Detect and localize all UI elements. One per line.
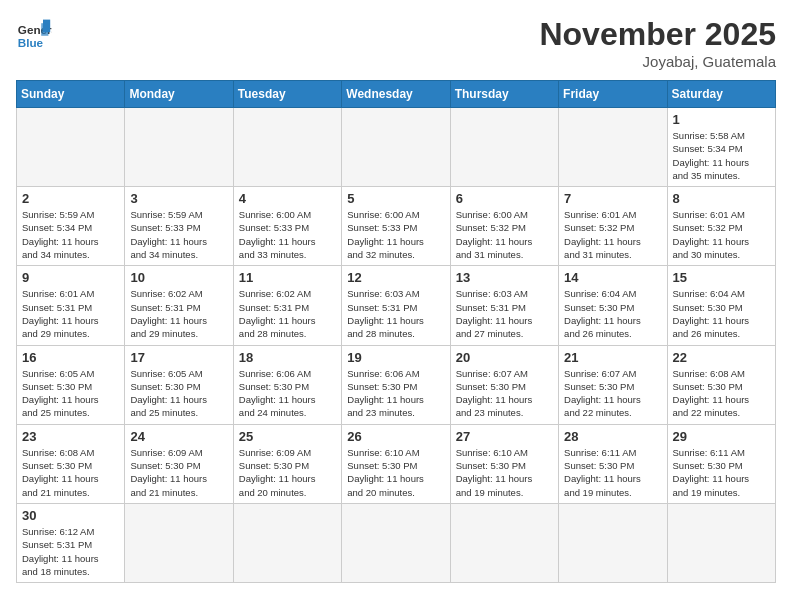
weekday-header-row: SundayMondayTuesdayWednesdayThursdayFrid… (17, 81, 776, 108)
day-info: Sunrise: 6:05 AM Sunset: 5:30 PM Dayligh… (130, 367, 227, 420)
day-info: Sunrise: 6:07 AM Sunset: 5:30 PM Dayligh… (564, 367, 661, 420)
calendar-week-1: 1Sunrise: 5:58 AM Sunset: 5:34 PM Daylig… (17, 108, 776, 187)
day-info: Sunrise: 6:00 AM Sunset: 5:33 PM Dayligh… (347, 208, 444, 261)
day-number: 17 (130, 350, 227, 365)
calendar-cell: 25Sunrise: 6:09 AM Sunset: 5:30 PM Dayli… (233, 424, 341, 503)
calendar-cell: 7Sunrise: 6:01 AM Sunset: 5:32 PM Daylig… (559, 187, 667, 266)
calendar-week-3: 9Sunrise: 6:01 AM Sunset: 5:31 PM Daylig… (17, 266, 776, 345)
calendar-cell: 22Sunrise: 6:08 AM Sunset: 5:30 PM Dayli… (667, 345, 775, 424)
page-header: General Blue November 2025 Joyabaj, Guat… (16, 16, 776, 70)
calendar-cell: 29Sunrise: 6:11 AM Sunset: 5:30 PM Dayli… (667, 424, 775, 503)
calendar-cell: 14Sunrise: 6:04 AM Sunset: 5:30 PM Dayli… (559, 266, 667, 345)
day-info: Sunrise: 6:10 AM Sunset: 5:30 PM Dayligh… (456, 446, 553, 499)
day-number: 24 (130, 429, 227, 444)
day-info: Sunrise: 6:00 AM Sunset: 5:32 PM Dayligh… (456, 208, 553, 261)
day-number: 1 (673, 112, 770, 127)
day-number: 11 (239, 270, 336, 285)
day-number: 8 (673, 191, 770, 206)
location-subtitle: Joyabaj, Guatemala (539, 53, 776, 70)
calendar-cell: 27Sunrise: 6:10 AM Sunset: 5:30 PM Dayli… (450, 424, 558, 503)
calendar-cell: 16Sunrise: 6:05 AM Sunset: 5:30 PM Dayli… (17, 345, 125, 424)
calendar-cell: 2Sunrise: 5:59 AM Sunset: 5:34 PM Daylig… (17, 187, 125, 266)
day-info: Sunrise: 6:06 AM Sunset: 5:30 PM Dayligh… (239, 367, 336, 420)
day-number: 22 (673, 350, 770, 365)
month-title: November 2025 (539, 16, 776, 53)
day-info: Sunrise: 5:59 AM Sunset: 5:34 PM Dayligh… (22, 208, 119, 261)
calendar-cell (559, 108, 667, 187)
calendar-cell (342, 503, 450, 582)
calendar-cell (17, 108, 125, 187)
calendar-cell: 28Sunrise: 6:11 AM Sunset: 5:30 PM Dayli… (559, 424, 667, 503)
day-info: Sunrise: 6:11 AM Sunset: 5:30 PM Dayligh… (673, 446, 770, 499)
svg-marker-3 (43, 20, 50, 33)
calendar-cell: 10Sunrise: 6:02 AM Sunset: 5:31 PM Dayli… (125, 266, 233, 345)
calendar-cell (450, 503, 558, 582)
day-number: 12 (347, 270, 444, 285)
calendar-cell: 17Sunrise: 6:05 AM Sunset: 5:30 PM Dayli… (125, 345, 233, 424)
calendar-cell (450, 108, 558, 187)
svg-text:Blue: Blue (18, 36, 44, 49)
day-number: 10 (130, 270, 227, 285)
day-number: 25 (239, 429, 336, 444)
day-info: Sunrise: 6:12 AM Sunset: 5:31 PM Dayligh… (22, 525, 119, 578)
calendar-week-5: 23Sunrise: 6:08 AM Sunset: 5:30 PM Dayli… (17, 424, 776, 503)
calendar-cell (233, 108, 341, 187)
day-info: Sunrise: 6:07 AM Sunset: 5:30 PM Dayligh… (456, 367, 553, 420)
calendar-cell: 20Sunrise: 6:07 AM Sunset: 5:30 PM Dayli… (450, 345, 558, 424)
day-info: Sunrise: 6:08 AM Sunset: 5:30 PM Dayligh… (673, 367, 770, 420)
day-info: Sunrise: 6:08 AM Sunset: 5:30 PM Dayligh… (22, 446, 119, 499)
weekday-header-monday: Monday (125, 81, 233, 108)
day-info: Sunrise: 6:06 AM Sunset: 5:30 PM Dayligh… (347, 367, 444, 420)
logo: General Blue (16, 16, 52, 52)
day-info: Sunrise: 6:03 AM Sunset: 5:31 PM Dayligh… (347, 287, 444, 340)
calendar-cell (125, 108, 233, 187)
day-info: Sunrise: 6:01 AM Sunset: 5:32 PM Dayligh… (673, 208, 770, 261)
calendar-cell (342, 108, 450, 187)
calendar-cell: 26Sunrise: 6:10 AM Sunset: 5:30 PM Dayli… (342, 424, 450, 503)
day-info: Sunrise: 6:03 AM Sunset: 5:31 PM Dayligh… (456, 287, 553, 340)
day-info: Sunrise: 6:11 AM Sunset: 5:30 PM Dayligh… (564, 446, 661, 499)
day-info: Sunrise: 6:04 AM Sunset: 5:30 PM Dayligh… (673, 287, 770, 340)
day-info: Sunrise: 6:02 AM Sunset: 5:31 PM Dayligh… (239, 287, 336, 340)
calendar-cell: 8Sunrise: 6:01 AM Sunset: 5:32 PM Daylig… (667, 187, 775, 266)
calendar-cell: 21Sunrise: 6:07 AM Sunset: 5:30 PM Dayli… (559, 345, 667, 424)
day-info: Sunrise: 6:05 AM Sunset: 5:30 PM Dayligh… (22, 367, 119, 420)
day-number: 3 (130, 191, 227, 206)
title-block: November 2025 Joyabaj, Guatemala (539, 16, 776, 70)
calendar-cell: 5Sunrise: 6:00 AM Sunset: 5:33 PM Daylig… (342, 187, 450, 266)
day-number: 19 (347, 350, 444, 365)
calendar-cell: 4Sunrise: 6:00 AM Sunset: 5:33 PM Daylig… (233, 187, 341, 266)
calendar-cell: 19Sunrise: 6:06 AM Sunset: 5:30 PM Dayli… (342, 345, 450, 424)
day-info: Sunrise: 6:09 AM Sunset: 5:30 PM Dayligh… (130, 446, 227, 499)
day-info: Sunrise: 5:59 AM Sunset: 5:33 PM Dayligh… (130, 208, 227, 261)
calendar-cell (125, 503, 233, 582)
day-info: Sunrise: 6:00 AM Sunset: 5:33 PM Dayligh… (239, 208, 336, 261)
calendar-cell: 3Sunrise: 5:59 AM Sunset: 5:33 PM Daylig… (125, 187, 233, 266)
calendar-cell: 24Sunrise: 6:09 AM Sunset: 5:30 PM Dayli… (125, 424, 233, 503)
calendar-cell: 23Sunrise: 6:08 AM Sunset: 5:30 PM Dayli… (17, 424, 125, 503)
day-info: Sunrise: 6:01 AM Sunset: 5:31 PM Dayligh… (22, 287, 119, 340)
day-number: 6 (456, 191, 553, 206)
calendar-cell: 11Sunrise: 6:02 AM Sunset: 5:31 PM Dayli… (233, 266, 341, 345)
day-info: Sunrise: 5:58 AM Sunset: 5:34 PM Dayligh… (673, 129, 770, 182)
weekday-header-saturday: Saturday (667, 81, 775, 108)
day-number: 21 (564, 350, 661, 365)
day-number: 5 (347, 191, 444, 206)
day-info: Sunrise: 6:09 AM Sunset: 5:30 PM Dayligh… (239, 446, 336, 499)
day-number: 30 (22, 508, 119, 523)
calendar-week-4: 16Sunrise: 6:05 AM Sunset: 5:30 PM Dayli… (17, 345, 776, 424)
day-number: 16 (22, 350, 119, 365)
day-number: 13 (456, 270, 553, 285)
calendar-cell: 30Sunrise: 6:12 AM Sunset: 5:31 PM Dayli… (17, 503, 125, 582)
day-info: Sunrise: 6:04 AM Sunset: 5:30 PM Dayligh… (564, 287, 661, 340)
calendar-cell: 15Sunrise: 6:04 AM Sunset: 5:30 PM Dayli… (667, 266, 775, 345)
day-info: Sunrise: 6:02 AM Sunset: 5:31 PM Dayligh… (130, 287, 227, 340)
calendar-cell: 12Sunrise: 6:03 AM Sunset: 5:31 PM Dayli… (342, 266, 450, 345)
logo-icon: General Blue (16, 16, 52, 52)
day-number: 18 (239, 350, 336, 365)
weekday-header-tuesday: Tuesday (233, 81, 341, 108)
day-number: 14 (564, 270, 661, 285)
day-number: 23 (22, 429, 119, 444)
day-number: 7 (564, 191, 661, 206)
calendar-cell: 13Sunrise: 6:03 AM Sunset: 5:31 PM Dayli… (450, 266, 558, 345)
